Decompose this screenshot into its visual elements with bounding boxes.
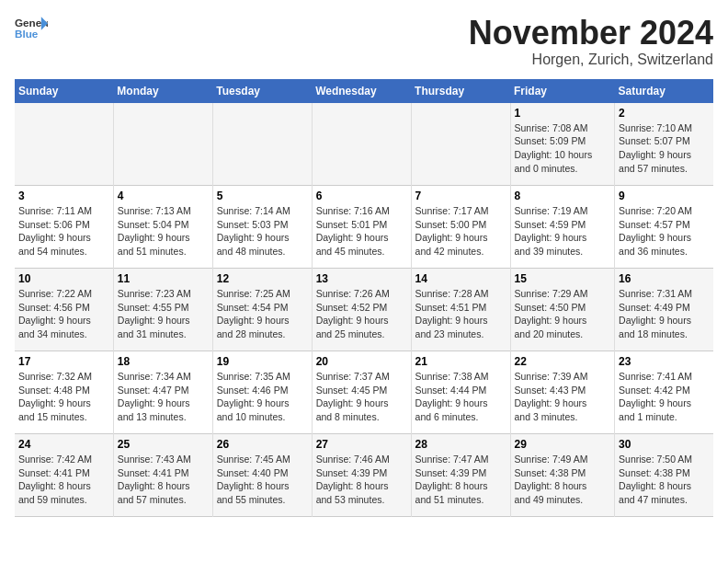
- calendar-cell: 29Sunrise: 7:49 AM Sunset: 4:38 PM Dayli…: [510, 434, 615, 517]
- day-info: Sunrise: 7:46 AM Sunset: 4:39 PM Dayligh…: [316, 453, 407, 507]
- svg-text:Blue: Blue: [15, 28, 39, 40]
- day-info: Sunrise: 7:39 AM Sunset: 4:43 PM Dayligh…: [515, 370, 611, 424]
- header: General Blue November 2024 Horgen, Zuric…: [15, 15, 713, 68]
- day-info: Sunrise: 7:28 AM Sunset: 4:51 PM Dayligh…: [415, 287, 506, 341]
- calendar-table: SundayMondayTuesdayWednesdayThursdayFrid…: [15, 79, 713, 518]
- calendar-cell: 20Sunrise: 7:37 AM Sunset: 4:45 PM Dayli…: [312, 351, 411, 434]
- calendar-cell: 23Sunrise: 7:41 AM Sunset: 4:42 PM Dayli…: [615, 351, 713, 434]
- day-info: Sunrise: 7:38 AM Sunset: 4:44 PM Dayligh…: [415, 370, 506, 424]
- day-number: 18: [118, 355, 209, 368]
- calendar-week-1: 1Sunrise: 7:08 AM Sunset: 5:09 PM Daylig…: [15, 103, 713, 186]
- calendar-cell: 11Sunrise: 7:23 AM Sunset: 4:55 PM Dayli…: [113, 269, 212, 351]
- calendar-cell: 9Sunrise: 7:20 AM Sunset: 4:57 PM Daylig…: [615, 186, 713, 269]
- logo: General Blue: [15, 15, 48, 40]
- calendar-cell: [312, 103, 411, 186]
- weekday-header-saturday: Saturday: [615, 79, 713, 103]
- calendar-cell: 25Sunrise: 7:43 AM Sunset: 4:41 PM Dayli…: [113, 434, 212, 517]
- calendar-week-5: 24Sunrise: 7:42 AM Sunset: 4:41 PM Dayli…: [15, 434, 713, 517]
- day-info: Sunrise: 7:26 AM Sunset: 4:52 PM Dayligh…: [316, 287, 407, 341]
- calendar-week-2: 3Sunrise: 7:11 AM Sunset: 5:06 PM Daylig…: [15, 186, 713, 269]
- day-number: 20: [316, 355, 407, 368]
- day-info: Sunrise: 7:32 AM Sunset: 4:48 PM Dayligh…: [18, 370, 109, 424]
- calendar-cell: 2Sunrise: 7:10 AM Sunset: 5:07 PM Daylig…: [615, 103, 713, 186]
- day-number: 6: [316, 190, 407, 202]
- weekday-header-tuesday: Tuesday: [212, 79, 312, 103]
- day-info: Sunrise: 7:34 AM Sunset: 4:47 PM Dayligh…: [118, 370, 209, 424]
- day-number: 14: [415, 272, 506, 285]
- day-info: Sunrise: 7:42 AM Sunset: 4:41 PM Dayligh…: [18, 453, 109, 507]
- day-number: 16: [619, 272, 710, 285]
- day-number: 19: [217, 355, 308, 368]
- calendar-cell: 18Sunrise: 7:34 AM Sunset: 4:47 PM Dayli…: [113, 351, 212, 434]
- calendar-cell: 30Sunrise: 7:50 AM Sunset: 4:38 PM Dayli…: [615, 434, 713, 517]
- location-title: Horgen, Zurich, Switzerland: [469, 52, 713, 68]
- day-number: 3: [18, 190, 109, 202]
- day-info: Sunrise: 7:20 AM Sunset: 4:57 PM Dayligh…: [619, 204, 710, 259]
- calendar-cell: 5Sunrise: 7:14 AM Sunset: 5:03 PM Daylig…: [212, 186, 312, 269]
- title-section: November 2024 Horgen, Zurich, Switzerlan…: [469, 15, 713, 68]
- day-number: 9: [619, 190, 710, 202]
- calendar-cell: 24Sunrise: 7:42 AM Sunset: 4:41 PM Dayli…: [15, 434, 113, 517]
- calendar-cell: 19Sunrise: 7:35 AM Sunset: 4:46 PM Dayli…: [212, 351, 312, 434]
- calendar-week-4: 17Sunrise: 7:32 AM Sunset: 4:48 PM Dayli…: [15, 351, 713, 434]
- day-number: 17: [18, 355, 109, 368]
- day-info: Sunrise: 7:14 AM Sunset: 5:03 PM Dayligh…: [217, 204, 308, 259]
- day-info: Sunrise: 7:50 AM Sunset: 4:38 PM Dayligh…: [619, 453, 710, 507]
- calendar-cell: 6Sunrise: 7:16 AM Sunset: 5:01 PM Daylig…: [312, 186, 411, 269]
- calendar-cell: 7Sunrise: 7:17 AM Sunset: 5:00 PM Daylig…: [411, 186, 510, 269]
- weekday-header-wednesday: Wednesday: [312, 79, 411, 103]
- day-info: Sunrise: 7:43 AM Sunset: 4:41 PM Dayligh…: [118, 453, 209, 507]
- calendar-cell: 22Sunrise: 7:39 AM Sunset: 4:43 PM Dayli…: [510, 351, 615, 434]
- calendar-cell: 14Sunrise: 7:28 AM Sunset: 4:51 PM Dayli…: [411, 269, 510, 351]
- calendar-cell: [15, 103, 113, 186]
- day-info: Sunrise: 7:11 AM Sunset: 5:06 PM Dayligh…: [18, 204, 109, 259]
- day-info: Sunrise: 7:41 AM Sunset: 4:42 PM Dayligh…: [619, 370, 710, 424]
- day-info: Sunrise: 7:08 AM Sunset: 5:09 PM Dayligh…: [515, 121, 611, 176]
- day-number: 4: [118, 190, 209, 202]
- calendar-cell: 10Sunrise: 7:22 AM Sunset: 4:56 PM Dayli…: [15, 269, 113, 351]
- day-info: Sunrise: 7:37 AM Sunset: 4:45 PM Dayligh…: [316, 370, 407, 424]
- day-info: Sunrise: 7:47 AM Sunset: 4:39 PM Dayligh…: [415, 453, 506, 507]
- logo-icon: General Blue: [15, 15, 48, 40]
- day-info: Sunrise: 7:17 AM Sunset: 5:00 PM Dayligh…: [415, 204, 506, 259]
- calendar-cell: 1Sunrise: 7:08 AM Sunset: 5:09 PM Daylig…: [510, 103, 615, 186]
- calendar-cell: [411, 103, 510, 186]
- day-info: Sunrise: 7:13 AM Sunset: 5:04 PM Dayligh…: [118, 204, 209, 259]
- calendar-week-3: 10Sunrise: 7:22 AM Sunset: 4:56 PM Dayli…: [15, 269, 713, 351]
- calendar-cell: [113, 103, 212, 186]
- day-number: 13: [316, 272, 407, 285]
- calendar-cell: 26Sunrise: 7:45 AM Sunset: 4:40 PM Dayli…: [212, 434, 312, 517]
- day-number: 27: [316, 438, 407, 451]
- day-number: 25: [118, 438, 209, 451]
- weekday-header-sunday: Sunday: [15, 79, 113, 103]
- day-number: 29: [515, 438, 611, 451]
- calendar-body: 1Sunrise: 7:08 AM Sunset: 5:09 PM Daylig…: [15, 103, 713, 517]
- calendar-cell: 16Sunrise: 7:31 AM Sunset: 4:49 PM Dayli…: [615, 269, 713, 351]
- calendar-cell: 17Sunrise: 7:32 AM Sunset: 4:48 PM Dayli…: [15, 351, 113, 434]
- day-number: 7: [415, 190, 506, 202]
- day-info: Sunrise: 7:19 AM Sunset: 4:59 PM Dayligh…: [515, 204, 611, 259]
- calendar-cell: 8Sunrise: 7:19 AM Sunset: 4:59 PM Daylig…: [510, 186, 615, 269]
- day-number: 23: [619, 355, 710, 368]
- weekday-header-friday: Friday: [510, 79, 615, 103]
- day-info: Sunrise: 7:31 AM Sunset: 4:49 PM Dayligh…: [619, 287, 710, 341]
- day-number: 10: [18, 272, 109, 285]
- day-number: 30: [619, 438, 710, 451]
- day-info: Sunrise: 7:10 AM Sunset: 5:07 PM Dayligh…: [619, 121, 710, 176]
- day-number: 5: [217, 190, 308, 202]
- calendar-cell: 3Sunrise: 7:11 AM Sunset: 5:06 PM Daylig…: [15, 186, 113, 269]
- day-info: Sunrise: 7:16 AM Sunset: 5:01 PM Dayligh…: [316, 204, 407, 259]
- day-number: 1: [515, 107, 611, 120]
- day-number: 11: [118, 272, 209, 285]
- day-number: 26: [217, 438, 308, 451]
- day-number: 15: [515, 272, 611, 285]
- calendar-cell: 4Sunrise: 7:13 AM Sunset: 5:04 PM Daylig…: [113, 186, 212, 269]
- day-info: Sunrise: 7:23 AM Sunset: 4:55 PM Dayligh…: [118, 287, 209, 341]
- weekday-header-thursday: Thursday: [411, 79, 510, 103]
- calendar-cell: 15Sunrise: 7:29 AM Sunset: 4:50 PM Dayli…: [510, 269, 615, 351]
- day-number: 21: [415, 355, 506, 368]
- calendar-cell: 12Sunrise: 7:25 AM Sunset: 4:54 PM Dayli…: [212, 269, 312, 351]
- month-title: November 2024: [469, 15, 713, 52]
- calendar-cell: [212, 103, 312, 186]
- day-number: 12: [217, 272, 308, 285]
